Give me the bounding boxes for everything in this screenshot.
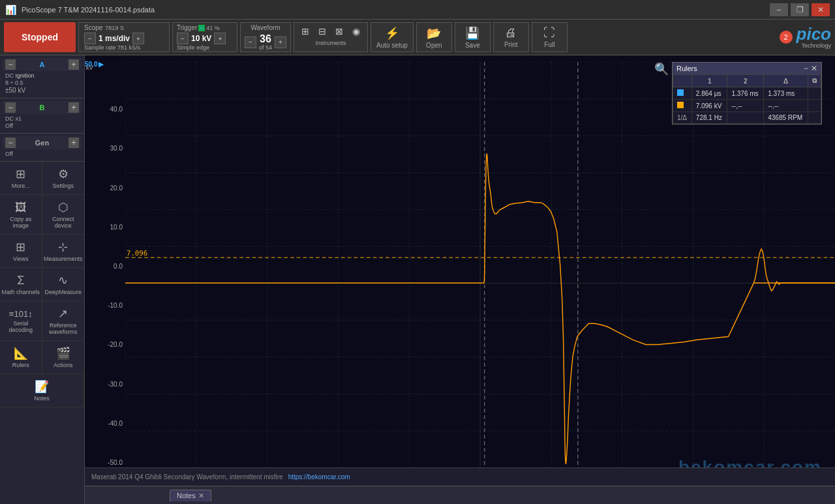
copy-image-label: Copy as image bbox=[1, 216, 40, 229]
scope-time-div: 1 ms/div bbox=[99, 34, 130, 43]
main-area: − A + DC Ignition 8 ÷ 0.5 ±50 kV − B + D… bbox=[0, 55, 835, 504]
rulers-row2: 7.096 kV --,-- --,-- bbox=[673, 100, 821, 112]
scope-label: Scope bbox=[84, 24, 102, 31]
rulers-minimize-button[interactable]: − bbox=[804, 64, 808, 73]
sidebar-item-math[interactable]: Σ Math channels bbox=[0, 268, 42, 301]
channel-b-label: B bbox=[40, 104, 45, 111]
trigger-voltage: 10 kV bbox=[191, 34, 211, 43]
rulers-title-bar[interactable]: Rulers − ✕ bbox=[673, 63, 821, 74]
stopped-button[interactable]: Stopped bbox=[4, 22, 76, 52]
trigger-plus-button[interactable]: + bbox=[214, 33, 226, 44]
channel-a-range: 8 ÷ 0.5 bbox=[5, 80, 79, 86]
settings-label: Settings bbox=[52, 183, 74, 189]
sidebar-item-connect[interactable]: ⬡ Connect device bbox=[42, 195, 85, 235]
sidebar-item-deep[interactable]: ∿ DeepMeasure bbox=[42, 268, 85, 301]
views-label: Views bbox=[13, 256, 29, 262]
more-icon: ⊞ bbox=[16, 167, 25, 181]
rulers-row3-val1: 728.1 Hz bbox=[691, 112, 727, 124]
notes-bar: Notes ✕ bbox=[85, 486, 835, 504]
titlebar: 📊 PicoScope 7 T&M 20241116-0014.psdata –… bbox=[0, 0, 835, 20]
rulers-table: 1 2 Δ ⧉ 2.864 μs 1.376 ms 1.373 ms bbox=[673, 74, 821, 124]
status-url: https://bekomcar.com bbox=[288, 473, 350, 481]
sidebar-item-views[interactable]: ⊞ Views bbox=[0, 235, 42, 268]
scope-plus-button[interactable]: + bbox=[132, 33, 144, 44]
notes-tab-close[interactable]: ✕ bbox=[198, 492, 204, 500]
pico-logo: pico bbox=[797, 25, 831, 42]
trigger-section: Trigger A 41 % − 10 kV + Simple edge bbox=[172, 22, 237, 52]
channel-b-minus[interactable]: − bbox=[5, 102, 16, 113]
toolbar: Stopped Scope 7819 S − 1 ms/div + Sample… bbox=[0, 20, 835, 55]
sidebar-item-serial[interactable]: ≡101↕ Serial decoding bbox=[0, 301, 42, 341]
rulers-row2-val2: --,-- bbox=[727, 100, 764, 112]
channel-a-plus[interactable]: + bbox=[68, 59, 79, 70]
deep-label: DeepMeasure bbox=[44, 289, 82, 295]
channel-b-plus[interactable]: + bbox=[68, 102, 79, 113]
window-title: PicoScope 7 T&M 20241116-0014.psdata bbox=[16, 6, 770, 14]
notes-icon: 📝 bbox=[35, 379, 49, 394]
magnifier-button[interactable]: 🔍 bbox=[654, 62, 669, 76]
scope-minus-button[interactable]: − bbox=[84, 33, 96, 44]
sidebar: − A + DC Ignition 8 ÷ 0.5 ±50 kV − B + D… bbox=[0, 55, 85, 504]
connect-icon: ⬡ bbox=[58, 200, 68, 215]
ref-label: Reference waveforms bbox=[44, 322, 84, 335]
rulers-title: Rulers bbox=[676, 65, 697, 72]
waveform-label: Waveform bbox=[250, 24, 280, 31]
sidebar-item-more[interactable]: ⊞ More... bbox=[0, 162, 42, 195]
trigger-minus-button[interactable]: − bbox=[177, 33, 189, 44]
channel-a-dc: DC Ignition bbox=[5, 72, 79, 79]
notes-label: Notes bbox=[34, 395, 50, 402]
channel-a-voltage: ±50 kV bbox=[5, 87, 79, 94]
rulers-row2-val1: 7.096 kV bbox=[691, 100, 727, 112]
rulers-header-copy[interactable]: ⧉ bbox=[808, 75, 821, 87]
settings-icon: ⚙ bbox=[58, 167, 68, 181]
close-button[interactable]: ✕ bbox=[812, 3, 830, 16]
channel-a-header: − A + bbox=[3, 58, 82, 71]
gen-plus[interactable]: + bbox=[68, 138, 79, 148]
channel-a-label: A bbox=[40, 61, 45, 68]
sidebar-item-actions[interactable]: 🎬 Actions bbox=[42, 341, 85, 374]
sidebar-item-notes[interactable]: 📝 Notes bbox=[0, 374, 84, 408]
instrument-icon-3[interactable]: ⊠ bbox=[332, 24, 346, 38]
full-label: Full bbox=[544, 41, 554, 48]
app-icon: 📊 bbox=[5, 5, 16, 15]
sidebar-item-measurements[interactable]: ⊹ Measurements bbox=[42, 235, 85, 268]
rulers-row3-delta: 43685 RPM bbox=[764, 112, 808, 124]
print-button[interactable]: 🖨 Print bbox=[493, 22, 529, 52]
rulers-col-delta-header: Δ bbox=[764, 75, 808, 87]
restore-button[interactable]: ❐ bbox=[791, 3, 809, 16]
scope-sample-rate: Sample rate 781 kS/s bbox=[84, 44, 164, 51]
notes-tab[interactable]: Notes ✕ bbox=[170, 490, 211, 501]
y-label-20: 20.0 bbox=[85, 185, 125, 192]
sidebar-item-ref[interactable]: ↗ Reference waveforms bbox=[42, 301, 85, 341]
waveform-next-button[interactable]: + bbox=[275, 37, 286, 48]
rulers-header-empty bbox=[673, 75, 692, 87]
notification-badge[interactable]: 2 bbox=[780, 31, 793, 44]
math-label: Math channels bbox=[1, 289, 40, 295]
minimize-button[interactable]: – bbox=[770, 3, 788, 16]
gen-minus[interactable]: − bbox=[5, 138, 16, 148]
sidebar-item-settings[interactable]: ⚙ Settings bbox=[42, 162, 85, 195]
waveform-prev-button[interactable]: − bbox=[245, 37, 256, 48]
open-button[interactable]: 📂 Open bbox=[416, 22, 452, 52]
channel-b-dc: DC x1 bbox=[5, 115, 79, 122]
auto-setup-button[interactable]: ⚡ Auto setup bbox=[371, 22, 414, 52]
chart-area[interactable]: 50.0 ▶ 40.0 30.0 20.0 10.0 0.0 -10.0 -20… bbox=[85, 55, 835, 504]
views-icon: ⊞ bbox=[16, 240, 25, 254]
instrument-icon-1[interactable]: ⊞ bbox=[298, 24, 312, 38]
measurements-icon: ⊹ bbox=[58, 240, 68, 254]
gen-details: Off bbox=[3, 149, 82, 158]
y-unit: kV bbox=[86, 65, 93, 71]
sidebar-item-copy-image[interactable]: 🖼 Copy as image bbox=[0, 195, 42, 235]
full-icon: ⛶ bbox=[543, 26, 555, 40]
rulers-row2-color bbox=[673, 100, 692, 112]
channel-a-minus[interactable]: − bbox=[5, 59, 16, 70]
rulers-close-button[interactable]: ✕ bbox=[811, 64, 817, 73]
instrument-icon-2[interactable]: ⊟ bbox=[315, 24, 329, 38]
instruments-section: ⊞ ⊟ ⊠ ◉ Instruments bbox=[294, 22, 368, 52]
full-button[interactable]: ⛶ Full bbox=[532, 22, 568, 52]
channel-a-details: DC Ignition 8 ÷ 0.5 ±50 kV bbox=[3, 71, 82, 95]
save-button[interactable]: 💾 Save bbox=[455, 22, 491, 52]
sidebar-item-rulers[interactable]: 📐 Rulers bbox=[0, 341, 42, 374]
instrument-icon-4[interactable]: ◉ bbox=[349, 24, 363, 38]
trigger-channel: A bbox=[198, 25, 205, 31]
